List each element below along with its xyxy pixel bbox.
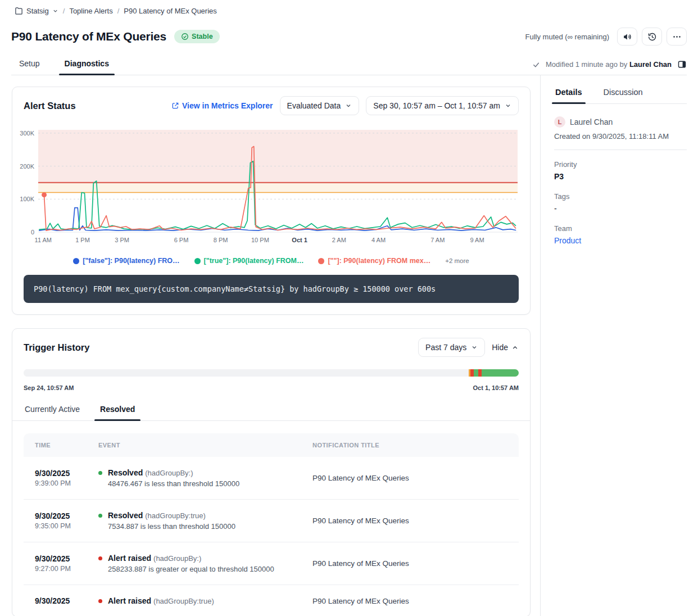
event-status-dot — [98, 556, 102, 560]
modified-by: Laurel Chan — [629, 60, 672, 69]
detail-field-priority: PriorityP3 — [554, 160, 687, 181]
chevron-down-icon — [505, 102, 511, 109]
alert-query-block: P90(latency) FROM mex_query{custom.compa… — [24, 275, 519, 303]
notification-title: P90 Latency of MEx Queries — [312, 517, 519, 525]
timeline-end-label: Oct 1, 10:57 AM — [473, 384, 519, 391]
trigger-timeline: Sep 24, 10:57 AM Oct 1, 10:57 AM — [12, 366, 530, 393]
svg-text:7 AM: 7 AM — [430, 237, 445, 243]
panel-toggle-icon[interactable] — [677, 60, 687, 69]
legend-dot — [73, 258, 79, 264]
history-button[interactable] — [642, 28, 662, 46]
svg-text:10 PM: 10 PM — [251, 237, 269, 243]
breadcrumb-page[interactable]: P90 Latency of MEx Queries — [124, 7, 216, 15]
date-range-select[interactable]: Sep 30, 10:57 am – Oct 1, 10:57 am — [366, 96, 519, 115]
trigger-range-select[interactable]: Past 7 days — [418, 338, 485, 357]
event-time: 9:27:00 PM — [35, 565, 98, 573]
chevron-down-icon — [471, 344, 478, 351]
column-header-time: TIME — [35, 442, 98, 449]
check-icon — [532, 61, 540, 69]
column-header-notification-title: NOTIFICATION TITLE — [312, 442, 519, 449]
event-title: Alert raised(hadGroupBy:true) — [108, 596, 214, 605]
svg-text:0: 0 — [31, 229, 34, 235]
field-label: Tags — [554, 192, 687, 201]
volume-icon — [623, 32, 632, 42]
field-value[interactable]: Product — [554, 236, 687, 245]
tab-details[interactable]: Details — [554, 82, 583, 103]
breadcrumb: Statsig / Topline Alerts / P90 Latency o… — [11, 7, 687, 15]
app-header: Statsig / Topline Alerts / P90 Latency o… — [0, 0, 698, 75]
event-qualifier: (hadGroupBy:true) — [145, 511, 206, 520]
author-name: Laurel Chan — [570, 117, 613, 126]
notification-title: P90 Latency of MEx Queries — [312, 559, 519, 568]
legend-item[interactable]: [""]: P90(latency) FROM mex… — [318, 257, 430, 265]
event-qualifier: (hadGroupBy:) — [145, 469, 193, 477]
chevron-down-icon — [345, 102, 352, 109]
table-row[interactable]: 9/30/2025Alert raised(hadGroupBy:true)P9… — [24, 585, 519, 616]
event-title: Resolved(hadGroupBy:true) — [108, 511, 206, 520]
legend-dot — [194, 258, 201, 264]
more-options-button[interactable] — [667, 28, 687, 46]
breadcrumb-project-label: Statsig — [26, 7, 49, 15]
main-column: Alert Status View in Metrics Explorer Ev… — [0, 75, 541, 616]
mute-status: Fully muted (∞ remaining) — [525, 33, 609, 41]
svg-text:Oct 1: Oct 1 — [292, 237, 307, 243]
notification-title: P90 Latency of MEx Queries — [312, 474, 519, 482]
event-date: 9/30/2025 — [35, 511, 98, 520]
legend-dot — [318, 258, 324, 264]
divider — [554, 150, 687, 150]
history-icon — [647, 32, 657, 42]
legend-item[interactable]: ["false"]: P90(latency) FRO… — [73, 257, 179, 265]
tab-currently-active[interactable]: Currently Active — [24, 399, 81, 420]
notification-title: P90 Latency of MEx Queries — [312, 597, 519, 605]
evaluated-data-select[interactable]: Evaluated Data — [280, 96, 360, 115]
svg-text:200K: 200K — [20, 163, 34, 170]
legend-more[interactable]: +2 more — [445, 257, 469, 264]
event-date: 9/30/2025 — [35, 554, 98, 563]
page-title: P90 Latency of MEx Queries — [11, 30, 166, 43]
breadcrumb-project[interactable]: Statsig — [15, 7, 58, 15]
table-row[interactable]: 9/30/20259:27:00 PMAlert raised(hadGroup… — [24, 542, 519, 585]
svg-text:1 PM: 1 PM — [75, 237, 90, 243]
view-in-metrics-explorer-link[interactable]: View in Metrics Explorer — [171, 101, 273, 110]
avatar: L — [554, 116, 565, 128]
tab-setup[interactable]: Setup — [17, 53, 42, 75]
legend-label: ["true"]: P90(latency) FROM… — [204, 257, 304, 265]
tab-discussion[interactable]: Discussion — [602, 82, 644, 103]
svg-text:11 AM: 11 AM — [35, 237, 52, 243]
event-detail: 258233.887 is greater or equal to thresh… — [108, 565, 312, 573]
table-row[interactable]: 9/30/20259:35:00 PMResolved(hadGroupBy:t… — [24, 499, 519, 542]
tab-resolved[interactable]: Resolved — [99, 399, 136, 420]
details-sidebar: Details Discussion L Laurel Chan Created… — [541, 75, 698, 616]
breadcrumb-separator: / — [117, 7, 120, 15]
svg-text:6 PM: 6 PM — [174, 237, 189, 243]
event-status-dot — [98, 514, 102, 518]
event-date: 9/30/2025 — [35, 469, 98, 478]
created-on: Created on 9/30/2025, 11:18:11 AM — [554, 132, 687, 141]
event-status-dot — [98, 471, 102, 475]
event-detail: 48476.467 is less than threshold 150000 — [108, 479, 312, 488]
legend-label: ["false"]: P90(latency) FRO… — [83, 257, 179, 265]
breadcrumb-section[interactable]: Topline Alerts — [69, 7, 112, 15]
trigger-timeline-bar[interactable] — [24, 369, 519, 377]
field-value: P3 — [554, 172, 687, 181]
svg-text:3 PM: 3 PM — [115, 237, 129, 243]
event-detail: 7534.887 is less than threshold 150000 — [108, 522, 312, 531]
svg-text:9 AM: 9 AM — [470, 237, 484, 243]
modified-status: Modified 1 minute ago by Laurel Chan — [546, 60, 672, 69]
hide-button[interactable]: Hide — [492, 343, 519, 352]
tab-diagnostics[interactable]: Diagnostics — [62, 53, 111, 75]
trigger-event-table: TIME EVENT NOTIFICATION TITLE 9/30/20259… — [24, 433, 519, 616]
author-row: L Laurel Chan — [554, 116, 687, 128]
event-title: Alert raised(hadGroupBy:) — [108, 554, 201, 563]
event-status-dot — [98, 599, 102, 603]
trigger-history-card: Trigger History Past 7 days Hide Sep 24,… — [12, 328, 531, 616]
legend-label: [""]: P90(latency) FROM mex… — [328, 257, 430, 265]
table-row[interactable]: 9/30/20259:39:00 PMResolved(hadGroupBy:)… — [24, 457, 519, 499]
timeline-segment-healthy — [482, 369, 519, 377]
legend-item[interactable]: ["true"]: P90(latency) FROM… — [194, 257, 304, 265]
alert-status-chart: 0100K200K300K11 AM1 PM3 PM6 PM8 PM10 PMO… — [12, 124, 530, 252]
mute-button[interactable] — [617, 28, 637, 46]
timeline-segment-healthy — [474, 369, 478, 377]
chart-legend: ["false"]: P90(latency) FRO…["true"]: P9… — [12, 252, 530, 266]
field-value: - — [554, 204, 687, 213]
